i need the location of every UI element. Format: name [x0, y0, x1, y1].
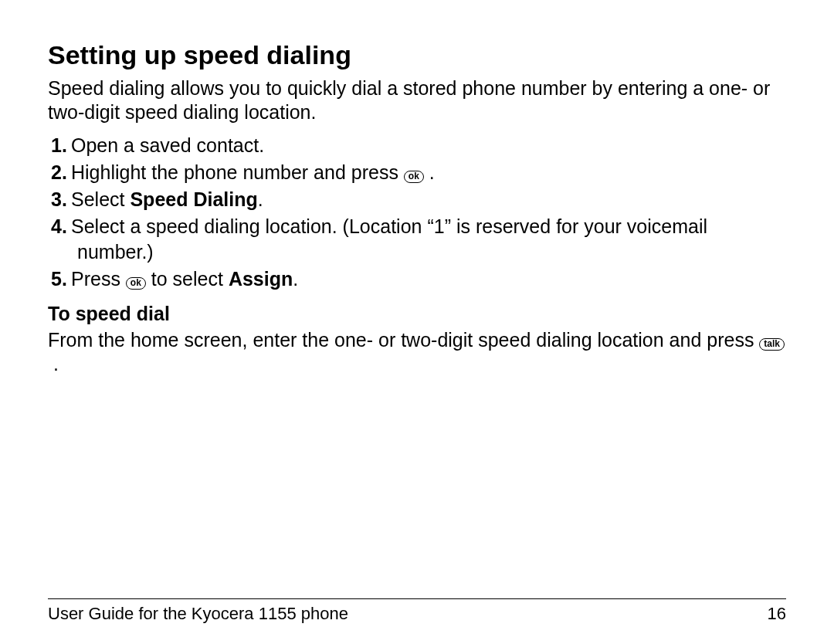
talk-key-icon: talk	[759, 338, 785, 351]
step-number: 1.	[51, 133, 71, 158]
nbsp	[48, 353, 53, 375]
step-number: 2.	[51, 160, 71, 185]
period: .	[429, 161, 435, 183]
step-text: Select a speed dialing location. (Locati…	[71, 215, 707, 263]
page-title: Setting up speed dialing	[48, 40, 786, 70]
step-3: 3.Select Speed Dialing.	[71, 187, 786, 212]
intro-paragraph: Speed dialing allows you to quickly dial…	[48, 76, 786, 125]
step-1: 1.Open a saved contact.	[71, 133, 786, 158]
step-text-mid: to select	[146, 268, 229, 290]
step-number: 4.	[51, 214, 71, 239]
period: .	[258, 188, 263, 210]
step-2: 2.Highlight the phone number and press o…	[71, 160, 786, 185]
period: .	[293, 268, 298, 290]
step-4: 4.Select a speed dialing location. (Loca…	[71, 214, 786, 265]
step-text: Press	[71, 268, 126, 290]
step-text: Open a saved contact.	[71, 134, 264, 156]
step-number: 3.	[51, 187, 71, 212]
step-5: 5.Press ok to select Assign.	[71, 266, 786, 292]
footer: User Guide for the Kyocera 1155 phone 16	[48, 598, 786, 624]
period: .	[53, 353, 59, 375]
step-text: Select	[71, 188, 130, 210]
step-text-tail	[424, 161, 429, 183]
bold-assign: Assign	[229, 268, 293, 290]
bold-speed-dialing: Speed Dialing	[130, 188, 257, 210]
step-number: 5.	[51, 266, 71, 292]
page: Setting up speed dialing Speed dialing a…	[0, 0, 834, 644]
footer-left: User Guide for the Kyocera 1155 phone	[48, 604, 348, 624]
ok-key-icon: ok	[126, 277, 146, 290]
steps-list: 1.Open a saved contact. 2.Highlight the …	[48, 133, 786, 292]
step-text: Highlight the phone number and press	[71, 161, 404, 183]
footer-page-number: 16	[768, 604, 786, 624]
subheading: To speed dial	[48, 303, 786, 325]
sub-body-text: From the home screen, enter the one- or …	[48, 329, 759, 351]
sub-body: From the home screen, enter the one- or …	[48, 328, 786, 377]
ok-key-icon: ok	[404, 171, 424, 183]
